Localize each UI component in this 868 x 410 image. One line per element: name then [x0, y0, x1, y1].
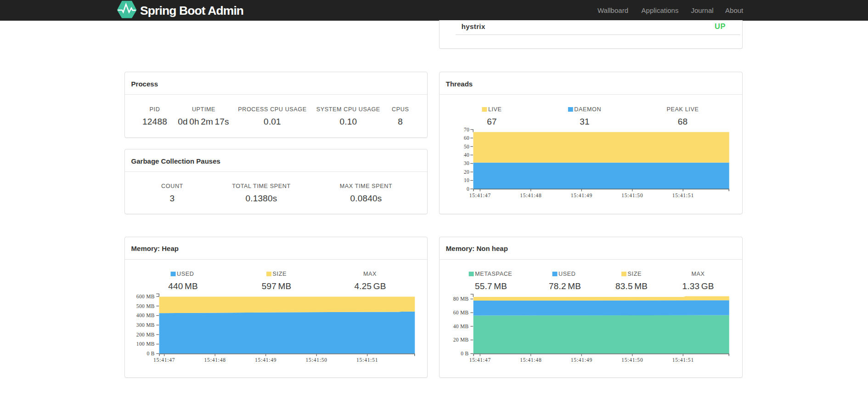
svg-text:15:41:49: 15:41:49	[571, 357, 592, 363]
svg-text:100 MB: 100 MB	[136, 341, 155, 347]
svg-text:400 MB: 400 MB	[136, 313, 155, 318]
svg-text:20 MB: 20 MB	[453, 337, 469, 342]
svg-text:70: 70	[464, 127, 469, 132]
svg-text:30: 30	[464, 160, 469, 166]
svg-text:15:41:47: 15:41:47	[469, 357, 491, 363]
svg-text:15:41:49: 15:41:49	[255, 357, 276, 363]
svg-text:15:41:48: 15:41:48	[204, 357, 226, 363]
svg-text:15:41:48: 15:41:48	[520, 357, 541, 363]
svg-text:200 MB: 200 MB	[136, 332, 155, 337]
svg-text:15:41:51: 15:41:51	[672, 193, 694, 198]
svg-text:20: 20	[464, 169, 469, 175]
svg-text:15:41:50: 15:41:50	[621, 193, 643, 198]
svg-text:80 MB: 80 MB	[453, 296, 469, 302]
svg-text:15:41:50: 15:41:50	[621, 357, 643, 363]
svg-text:15:41:49: 15:41:49	[571, 193, 592, 198]
svg-text:15:41:50: 15:41:50	[306, 357, 327, 363]
svg-text:60 MB: 60 MB	[453, 310, 469, 315]
svg-text:500 MB: 500 MB	[136, 303, 155, 309]
svg-text:0 B: 0 B	[147, 351, 154, 356]
svg-text:0 B: 0 B	[461, 351, 468, 356]
svg-text:50: 50	[464, 144, 469, 149]
svg-text:15:41:51: 15:41:51	[356, 357, 378, 363]
svg-text:15:41:51: 15:41:51	[672, 357, 694, 363]
svg-text:15:41:47: 15:41:47	[153, 357, 175, 363]
svg-text:600 MB: 600 MB	[136, 294, 155, 299]
svg-text:40 MB: 40 MB	[453, 324, 469, 329]
svg-text:10: 10	[464, 177, 469, 183]
svg-text:0: 0	[467, 186, 469, 192]
svg-text:60: 60	[464, 135, 469, 141]
svg-text:40: 40	[464, 152, 469, 158]
svg-text:15:41:48: 15:41:48	[520, 193, 541, 198]
svg-text:15:41:47: 15:41:47	[469, 193, 491, 198]
svg-text:300 MB: 300 MB	[136, 322, 155, 328]
